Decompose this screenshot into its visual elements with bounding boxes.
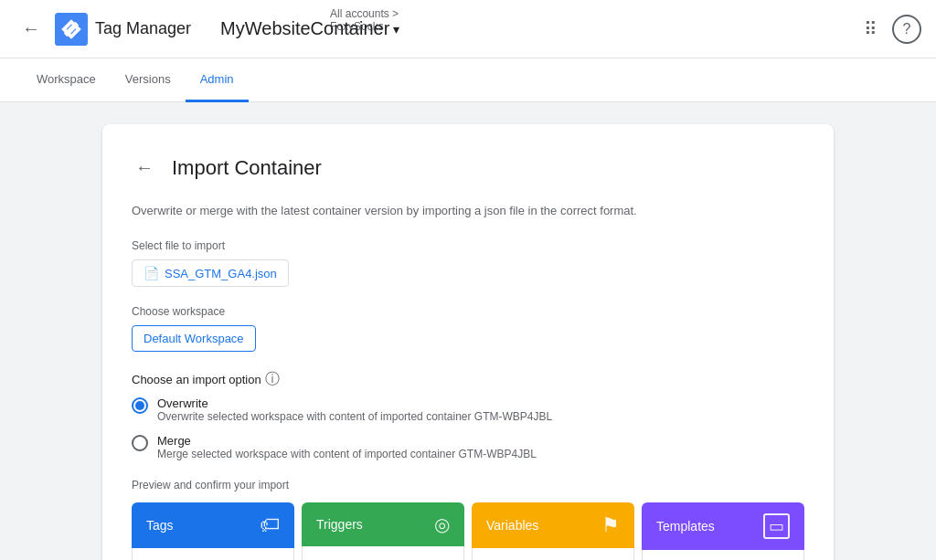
page-header: ← Import Container xyxy=(132,153,804,182)
preview-card-variables: Variables ⚑ 0 New 0 Modified 0 xyxy=(472,502,634,560)
variables-card-body: 0 New 0 Modified 0 Deleted xyxy=(472,548,634,560)
radio-overwrite-circle[interactable] xyxy=(132,397,148,414)
triggers-card-body: 0 New 0 Modified 0 Deleted xyxy=(302,546,464,560)
preview-cards: Tags 🏷 0 New 0 Modified 0 xyxy=(132,502,804,560)
app-bar: ← Tag Manager All accounts > FoxySocks M… xyxy=(0,0,936,58)
templates-card-body: 0 New 0 Modified 0 Deleted xyxy=(642,550,804,560)
file-icon: 📄 xyxy=(144,266,159,280)
variables-card-header: Variables ⚑ xyxy=(472,502,634,548)
page-back-button[interactable]: ← xyxy=(132,153,157,182)
app-bar-left: ← Tag Manager All accounts > FoxySocks M… xyxy=(15,0,856,58)
radio-merge-desc: Merge selected workspace with content of… xyxy=(157,448,537,460)
preview-card-templates: Templates ▭ 0 New 0 Modified 0 xyxy=(642,502,804,560)
radio-merge-label: Merge xyxy=(157,434,537,448)
preview-section: Preview and confirm your import Tags 🏷 0… xyxy=(132,479,804,560)
triggers-icon: ◎ xyxy=(434,513,450,535)
app-name: Tag Manager xyxy=(95,19,191,38)
nav-item-workspace[interactable]: Workspace xyxy=(22,58,111,102)
help-circle-icon[interactable]: ⓘ xyxy=(265,370,280,389)
radio-overwrite-desc: Overwrite selected workspace with conten… xyxy=(157,410,552,423)
apps-icon: ⠿ xyxy=(864,18,878,40)
preview-card-triggers: Triggers ◎ 0 New 0 Modified 0 xyxy=(302,502,464,560)
import-card: ← Import Container Overwrite or merge wi… xyxy=(102,124,834,560)
triggers-label: Triggers xyxy=(316,517,363,532)
radio-group: Overwrite Overwrite selected workspace w… xyxy=(132,396,804,460)
apps-button[interactable]: ⠿ xyxy=(856,11,885,48)
workspace-label: Choose workspace xyxy=(132,305,804,318)
nav-item-admin[interactable]: Admin xyxy=(186,58,249,102)
import-option-label: Choose an import option xyxy=(132,373,261,386)
tags-icon: 🏷 xyxy=(260,513,280,537)
templates-card-header: Templates ▭ xyxy=(642,502,804,550)
radio-merge: Merge Merge selected workspace with cont… xyxy=(132,434,804,460)
templates-icon: ▭ xyxy=(763,513,790,539)
workspace-section: Choose workspace Default Workspace xyxy=(132,305,804,352)
dropdown-arrow-icon: ▾ xyxy=(393,22,399,37)
gtm-logo xyxy=(55,13,88,46)
app-bar-right: ⠿ ? xyxy=(856,11,921,48)
preview-section-label: Preview and confirm your import xyxy=(132,479,804,491)
workspace-name: Default Workspace xyxy=(144,332,244,345)
help-icon: ? xyxy=(903,21,911,37)
page-title: Import Container xyxy=(172,156,322,180)
file-section-label: Select file to import xyxy=(132,239,804,252)
variables-icon: ⚑ xyxy=(601,513,620,537)
radio-merge-circle[interactable] xyxy=(132,435,148,451)
app-back-button[interactable]: ← xyxy=(15,11,48,47)
file-name: SSA_GTM_GA4.json xyxy=(165,267,277,280)
import-option-section: Choose an import option ⓘ Overwrite Over… xyxy=(132,370,804,460)
tags-card-header: Tags 🏷 xyxy=(132,502,294,548)
templates-label: Templates xyxy=(656,519,715,534)
radio-overwrite-label: Overwrite xyxy=(157,396,552,410)
workspace-button[interactable]: Default Workspace xyxy=(132,325,256,352)
nav-bar: Workspace Versions Admin xyxy=(0,58,936,102)
variables-label: Variables xyxy=(486,518,538,533)
tags-card-body: 0 New 0 Modified 0 Deleted xyxy=(132,548,294,560)
page-description: Overwrite or merge with the latest conta… xyxy=(132,204,804,217)
radio-overwrite: Overwrite Overwrite selected workspace w… xyxy=(132,396,804,423)
help-button[interactable]: ? xyxy=(892,15,921,44)
preview-card-tags: Tags 🏷 0 New 0 Modified 0 xyxy=(132,502,294,560)
main-content: ← Import Container Overwrite or merge wi… xyxy=(0,102,936,560)
file-section: Select file to import 📄 SSA_GTM_GA4.json xyxy=(132,239,804,287)
tags-label: Tags xyxy=(146,518,174,533)
nav-item-versions[interactable]: Versions xyxy=(111,58,186,102)
file-select-button[interactable]: 📄 SSA_GTM_GA4.json xyxy=(132,259,289,287)
triggers-card-header: Triggers ◎ xyxy=(302,502,464,546)
container-title[interactable]: MyWebsiteContainer ▾ xyxy=(220,18,399,39)
